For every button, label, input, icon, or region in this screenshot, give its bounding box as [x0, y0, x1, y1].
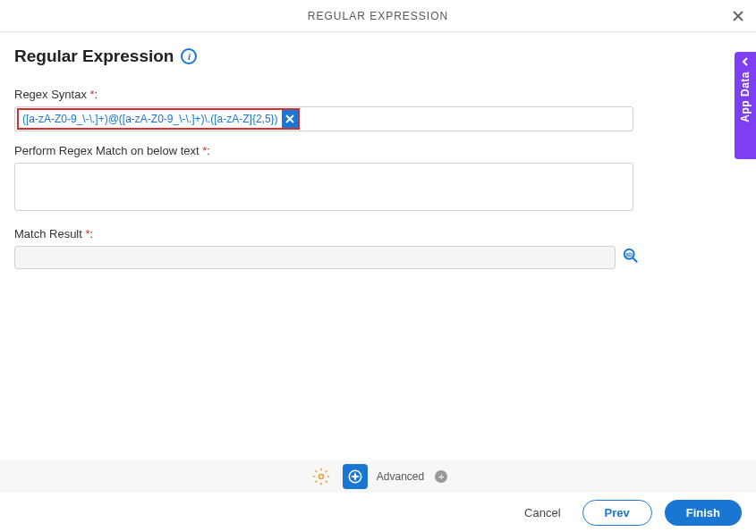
- prev-button[interactable]: Prev: [582, 500, 652, 526]
- content-area: Regular Expression i Regex Syntax *: ([a…: [0, 32, 756, 269]
- search-icon[interactable]: ab: [623, 248, 639, 267]
- add-button[interactable]: +: [435, 470, 447, 483]
- perform-match-label: Perform Regex Match on below text *:: [14, 144, 742, 157]
- svg-line-5: [633, 258, 638, 263]
- toolbar: Advanced +: [0, 460, 756, 493]
- x-icon: [285, 114, 294, 123]
- info-icon[interactable]: i: [181, 48, 197, 64]
- regex-token: ([a-zA-Z0-9_\-\.]+)@([a-zA-Z0-9_\-\.]+)\…: [17, 108, 300, 130]
- action-bar: Cancel Prev Finish: [0, 493, 756, 532]
- gear-icon: [312, 468, 330, 486]
- page-title: Regular Expression: [14, 46, 174, 66]
- advanced-label: Advanced: [377, 470, 424, 483]
- regex-token-text: ([a-zA-Z0-9_\-\.]+)@([a-zA-Z0-9_\-\.]+)\…: [19, 113, 282, 125]
- perform-match-input[interactable]: [14, 163, 633, 211]
- cancel-button[interactable]: Cancel: [515, 501, 569, 525]
- close-icon: [732, 10, 744, 22]
- app-data-label: App Data: [739, 72, 752, 122]
- close-button[interactable]: [729, 7, 747, 25]
- svg-point-7: [319, 475, 323, 479]
- finish-button[interactable]: Finish: [665, 500, 742, 526]
- match-result-group: Match Result *: ab: [14, 227, 742, 269]
- match-result-input[interactable]: [14, 246, 616, 269]
- settings-button[interactable]: [309, 464, 334, 489]
- regex-syntax-label: Regex Syntax *:: [14, 88, 742, 101]
- chevron-left-icon: [741, 57, 750, 66]
- perform-match-group: Perform Regex Match on below text *:: [14, 144, 742, 215]
- svg-text:ab: ab: [626, 251, 633, 258]
- sparkle-icon: [347, 469, 363, 485]
- regex-syntax-input[interactable]: ([a-zA-Z0-9_\-\.]+)@([a-zA-Z0-9_\-\.]+)\…: [14, 106, 633, 131]
- app-data-tab[interactable]: App Data: [735, 52, 756, 159]
- action-button[interactable]: [343, 464, 368, 489]
- dialog-header: REGULAR EXPRESSION: [0, 0, 756, 32]
- dialog-title: REGULAR EXPRESSION: [308, 10, 448, 22]
- title-row: Regular Expression i: [14, 46, 742, 66]
- match-result-label: Match Result *:: [14, 227, 742, 241]
- regex-token-remove[interactable]: [282, 110, 298, 128]
- regex-syntax-group: Regex Syntax *: ([a-zA-Z0-9_\-\.]+)@([a-…: [14, 88, 742, 131]
